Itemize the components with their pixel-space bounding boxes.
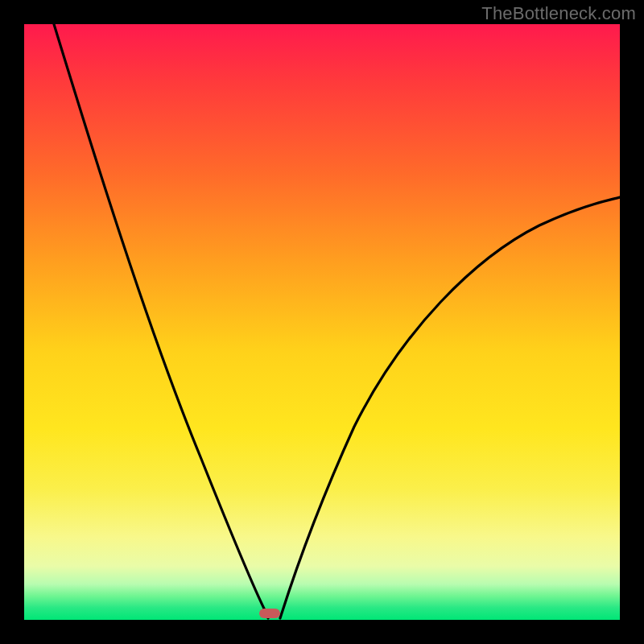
bottleneck-marker (259, 609, 280, 618)
watermark-text: TheBottleneck.com (481, 3, 636, 24)
bottleneck-curve (24, 24, 620, 620)
chart-frame: TheBottleneck.com (0, 0, 644, 644)
plot-area (24, 24, 620, 620)
curve-left-branch (54, 24, 268, 618)
curve-right-branch (280, 197, 620, 618)
